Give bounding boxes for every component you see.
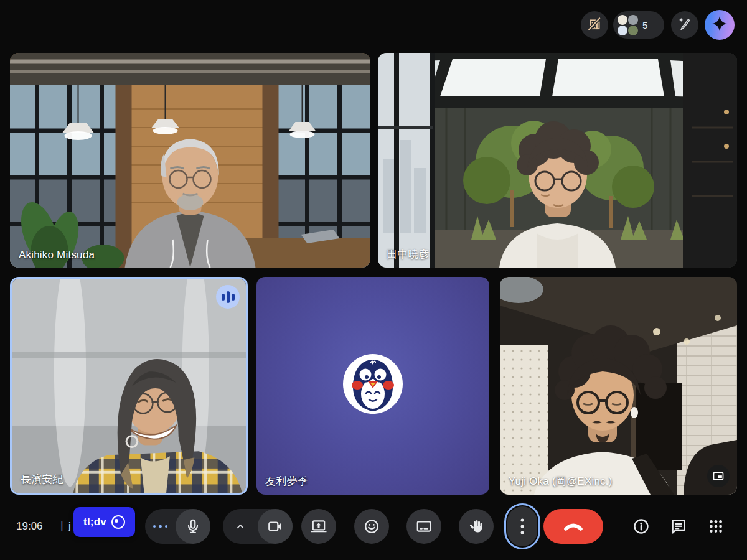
present-screen-icon [311, 518, 327, 534]
avatar [618, 15, 627, 25]
clock-time: 19:06 [16, 520, 43, 533]
participant-name-label: Yuji Oka (岡@EXinc.) [509, 474, 613, 488]
chat-bubble-icon [670, 518, 687, 535]
profile-avatar [343, 354, 403, 414]
record-icon [111, 515, 125, 529]
participants-button[interactable]: 5 [613, 11, 664, 39]
participant-name-label: 田中暁彦 [387, 247, 430, 261]
participant-name-label: 長濱安紀 [21, 472, 63, 487]
chat-button[interactable] [668, 516, 689, 537]
video-tile-yuji-oka[interactable]: Yuji Oka (岡@EXinc.) [500, 277, 737, 495]
more-options-button[interactable] [507, 506, 537, 546]
video-feed-loft-office [10, 53, 370, 268]
info-icon [632, 518, 650, 535]
tldv-label: tl;dv [83, 516, 106, 528]
microphone-icon [185, 518, 201, 534]
gemini-star-icon [710, 14, 729, 35]
participant-avatars-cluster [618, 15, 638, 35]
emoji-smiley-icon [364, 518, 380, 534]
camera-icon [267, 518, 283, 534]
avatar [628, 26, 638, 35]
video-feed-gray-room [12, 279, 246, 493]
penguin-mascot-avatar [343, 354, 403, 414]
activities-button[interactable] [705, 516, 726, 537]
meeting-details-button[interactable] [631, 516, 652, 537]
captions-button[interactable] [406, 509, 441, 544]
reactions-button[interactable] [354, 509, 389, 544]
tldv-recording-button[interactable]: tl;dv [73, 507, 135, 537]
raise-hand-button[interactable] [459, 509, 494, 544]
closed-captions-icon [416, 518, 432, 534]
participant-name-label: Akihiko Mitsuda [19, 249, 95, 261]
microphone-button[interactable] [176, 509, 210, 544]
apps-grid-icon [708, 518, 724, 534]
magic-pen-icon [676, 15, 693, 35]
video-feed-home-room [500, 277, 737, 495]
mic-button-group[interactable] [145, 509, 210, 544]
magic-notes-button[interactable] [671, 11, 698, 39]
end-call-phone-icon [563, 521, 583, 532]
picture-in-picture-button[interactable] [707, 465, 730, 487]
gemini-button[interactable] [705, 10, 735, 40]
meeting-code: j [68, 520, 71, 533]
end-call-button[interactable] [543, 509, 603, 544]
vertical-dots-icon [517, 517, 528, 536]
camera-button-group[interactable] [223, 509, 293, 544]
building-slash-icon [585, 14, 604, 35]
divider: | [60, 519, 63, 532]
avatar [628, 15, 638, 25]
mic-options-dots-icon[interactable] [145, 525, 176, 528]
video-feed-garden-room [378, 53, 737, 268]
participant-count: 5 [642, 20, 647, 30]
video-tile-tanaka-akihiko[interactable]: 田中暁彦 [378, 53, 737, 268]
raised-hand-icon [468, 518, 484, 534]
avatar [618, 26, 627, 35]
participant-name-label: 友利夢季 [265, 474, 308, 488]
camera-button[interactable] [258, 509, 293, 544]
camera-options-chevron[interactable] [223, 520, 258, 533]
video-tile-akihiko-mitsuda[interactable]: Akihiko Mitsuda [10, 53, 370, 268]
avatar-tile-tomori-yuki[interactable]: 友利夢季 [256, 277, 489, 495]
chevron-up-icon [234, 520, 247, 533]
meeting-room-button[interactable] [581, 11, 608, 39]
video-tile-nagahama-aki-speaking[interactable]: 長濱安紀 [10, 277, 248, 495]
pip-icon [712, 470, 725, 482]
present-screen-button[interactable] [301, 509, 336, 544]
speaking-audio-indicator [216, 285, 240, 309]
